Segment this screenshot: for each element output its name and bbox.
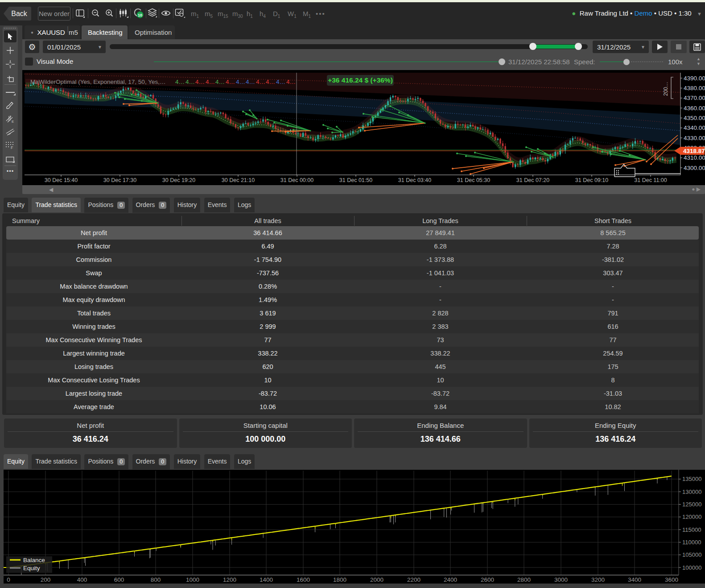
- svg-text:4…: 4…: [226, 79, 235, 85]
- svg-text:31 Dec 11:00: 31 Dec 11:00: [634, 177, 667, 183]
- svg-text:4…: 4…: [206, 79, 215, 85]
- svg-text:30 Dec 19:20: 30 Dec 19:20: [162, 177, 195, 183]
- svg-text:4…: 4…: [215, 79, 225, 85]
- svg-text:3000: 3000: [554, 576, 568, 583]
- svg-text:2400: 2400: [444, 576, 457, 583]
- svg-text:E: E: [12, 120, 14, 124]
- svg-text:4…: 4…: [266, 79, 275, 85]
- svg-text:105000: 105000: [682, 551, 701, 558]
- svg-text:4360.00: 4360.00: [684, 105, 705, 112]
- svg-text:4…: 4…: [186, 79, 195, 85]
- svg-text:1200: 1200: [223, 576, 236, 583]
- svg-text:31 Dec 00:00: 31 Dec 00:00: [280, 177, 313, 183]
- svg-text:3200: 3200: [591, 576, 605, 583]
- svg-text:200: 200: [41, 576, 51, 583]
- svg-text:4370.00: 4370.00: [684, 95, 705, 101]
- svg-text:4…: 4…: [276, 79, 285, 85]
- svg-text:2800: 2800: [517, 576, 531, 583]
- svg-text:4…: 4…: [195, 79, 205, 85]
- svg-text:130000: 130000: [682, 489, 701, 495]
- svg-text:4318.87: 4318.87: [683, 148, 705, 154]
- svg-text:1000: 1000: [186, 576, 199, 583]
- svg-text:115000: 115000: [682, 526, 701, 533]
- svg-text:Equity: Equity: [23, 565, 40, 571]
- svg-text:1600: 1600: [297, 576, 310, 583]
- svg-text:4330.00: 4330.00: [684, 135, 705, 141]
- svg-text:+36 416.24 $ (+36%): +36 416.24 $ (+36%): [328, 76, 393, 84]
- svg-text:31 Dec 01:50: 31 Dec 01:50: [339, 177, 372, 183]
- svg-text:3600: 3600: [665, 576, 678, 583]
- svg-text:F: F: [11, 145, 13, 150]
- svg-text:2200: 2200: [407, 576, 421, 583]
- svg-text:200…: 200…: [663, 82, 669, 96]
- svg-text:31 Dec 09:10: 31 Dec 09:10: [575, 177, 608, 183]
- svg-text:110000: 110000: [682, 539, 701, 546]
- svg-text:MaWilderOptimal (Yes, Exponent: MaWilderOptimal (Yes, Exponential, 17, 5…: [30, 79, 165, 85]
- svg-text:1800: 1800: [333, 576, 346, 583]
- svg-text:4350.00: 4350.00: [684, 115, 705, 121]
- svg-text:100000: 100000: [682, 564, 701, 571]
- svg-text:4380.00: 4380.00: [684, 85, 705, 91]
- svg-text:135000: 135000: [682, 476, 701, 482]
- svg-text:120000: 120000: [682, 513, 701, 520]
- svg-text:31 Dec 03:40: 31 Dec 03:40: [398, 177, 431, 183]
- svg-text:400: 400: [77, 576, 87, 583]
- svg-text:4300.00: 4300.00: [684, 165, 705, 171]
- svg-text:4390.00: 4390.00: [684, 75, 705, 82]
- svg-text:4…: 4…: [256, 79, 265, 85]
- svg-text:10: 10: [138, 13, 142, 17]
- svg-text:125000: 125000: [682, 501, 701, 508]
- svg-text:30 Dec 15:40: 30 Dec 15:40: [45, 177, 78, 183]
- svg-text:4…: 4…: [175, 79, 185, 85]
- svg-text:31 Dec 05:30: 31 Dec 05:30: [457, 177, 490, 183]
- svg-text:30 Dec 21:10: 30 Dec 21:10: [222, 177, 255, 183]
- svg-text:4340.00: 4340.00: [684, 124, 705, 131]
- svg-text:31 Dec 07:20: 31 Dec 07:20: [516, 177, 549, 183]
- svg-text:30 Dec 17:30: 30 Dec 17:30: [103, 177, 136, 183]
- svg-text:4…: 4…: [236, 79, 245, 85]
- svg-text:3400: 3400: [628, 576, 641, 583]
- svg-text:800: 800: [151, 576, 161, 583]
- svg-text:4…: 4…: [246, 79, 255, 85]
- svg-text:2600: 2600: [481, 576, 494, 583]
- svg-text:Balance: Balance: [23, 557, 45, 563]
- svg-text:0: 0: [7, 576, 10, 583]
- svg-text:4…: 4…: [286, 79, 296, 85]
- svg-text:1400: 1400: [260, 576, 273, 583]
- svg-text:600: 600: [114, 576, 124, 583]
- svg-text:4310.00: 4310.00: [684, 154, 705, 161]
- svg-text:2000: 2000: [370, 576, 383, 583]
